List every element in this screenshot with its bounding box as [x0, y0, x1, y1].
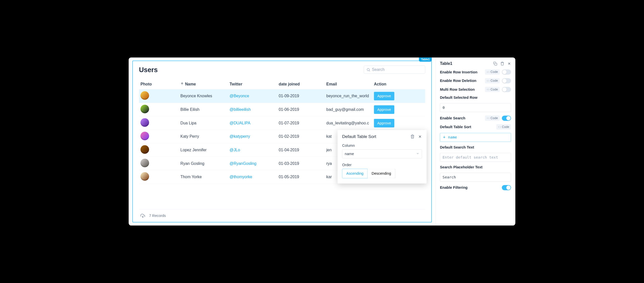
toggle-multi-row[interactable] [502, 87, 511, 92]
table-header-row: Photo Name Twitter date joined Email Act… [139, 79, 425, 89]
column-label: Column [342, 143, 422, 148]
column-select[interactable]: name [342, 150, 422, 158]
prop-default-search-text-label: Default Search Text [440, 145, 511, 150]
search-box[interactable] [364, 66, 425, 74]
default-selected-input[interactable] [440, 103, 511, 112]
order-descending-button[interactable]: Descending [368, 169, 395, 178]
cell-twitter[interactable]: @thomyorke [230, 175, 279, 179]
order-label: Order [342, 163, 422, 167]
order-toggle-group: Ascending Descending [342, 169, 422, 178]
code-chip[interactable]: Code [485, 69, 499, 75]
download-icon[interactable] [140, 213, 145, 218]
sort-popup: Default Table Sort Column name Order [338, 130, 427, 184]
trash-icon[interactable] [500, 62, 504, 66]
cell-twitter[interactable]: @Beyonce [230, 94, 279, 99]
column-header-email[interactable]: Email [326, 82, 374, 86]
search-placeholder-input[interactable] [440, 173, 511, 181]
svg-point-0 [367, 68, 369, 71]
search-input[interactable] [372, 67, 422, 72]
approve-button[interactable]: Approve [374, 119, 394, 127]
trash-icon[interactable] [410, 134, 415, 139]
column-header-photo[interactable]: Photo [140, 82, 181, 86]
copy-icon[interactable] [493, 62, 497, 66]
avatar [140, 159, 149, 167]
prop-enable-filtering-label: Enable Filtering [440, 185, 468, 190]
avatar [140, 105, 149, 113]
avatar [140, 132, 149, 140]
cell-twitter[interactable]: @JLo [230, 148, 279, 152]
popup-title: Default Table Sort [342, 134, 376, 139]
cell-twitter[interactable]: @RyanGosling [230, 161, 279, 166]
cell-date: 01-05-2019 [279, 175, 326, 179]
properties-panel: Table1 Enable Row Insertion Code [436, 58, 515, 226]
sort-asc-icon [181, 82, 184, 86]
cell-name: Thom Yorke [181, 175, 230, 179]
cell-name: Lopez Jennifer [181, 148, 230, 152]
code-chip[interactable]: Code [485, 115, 499, 121]
search-icon [366, 68, 370, 72]
default-search-text-input[interactable] [440, 153, 511, 162]
cell-date: 01-07-2019 [279, 121, 326, 125]
code-chip[interactable]: Code [485, 78, 499, 83]
cell-twitter[interactable]: @katyperry [230, 134, 279, 139]
widget-tag[interactable]: Table1 [419, 58, 432, 62]
prop-default-selected-label: Default Selected Row [440, 96, 511, 100]
cell-name: Billie Eilish [181, 107, 230, 112]
prop-default-sort-label: Default Table Sort [440, 125, 471, 129]
cell-email: bad_guy@gmail.com [326, 107, 374, 112]
close-icon[interactable] [418, 135, 422, 139]
cell-email: beyonce_run_the_world [326, 94, 374, 99]
table-row[interactable]: Dua Lipa@DUALIPA01-07-2019dua_levitating… [139, 116, 425, 130]
panel-title: Table1 [440, 61, 452, 66]
prop-row-insertion-label: Enable Row Insertion [440, 70, 477, 74]
prop-search-placeholder-label: Search Placeholder Text [440, 165, 511, 169]
code-chip[interactable]: Code [485, 87, 499, 92]
cell-date: 01-04-2019 [279, 148, 326, 152]
svg-line-1 [369, 70, 370, 71]
table-row[interactable]: Billie Eilish@billieeilish01-06-2019bad_… [139, 103, 425, 116]
svg-rect-5 [495, 63, 497, 65]
cell-name: Katy Perry [181, 134, 230, 139]
toggle-row-deletion[interactable] [502, 78, 511, 83]
column-header-date[interactable]: date joined [279, 82, 326, 86]
records-count: 7 Records [149, 214, 166, 218]
cell-twitter[interactable]: @DUALIPA [230, 121, 279, 125]
column-header-twitter[interactable]: Twitter [230, 82, 279, 86]
table-footer: 7 Records [139, 209, 425, 219]
table-row[interactable]: Beyonce Knowles@Beyonce01-09-2019beyonce… [139, 89, 425, 103]
default-sort-input[interactable]: name [440, 133, 511, 142]
cell-date: 01-09-2019 [279, 94, 326, 99]
prop-enable-search-label: Enable Search [440, 116, 465, 120]
avatar [140, 118, 149, 127]
approve-button[interactable]: Approve [374, 105, 394, 114]
avatar [140, 91, 149, 100]
chevron-down-icon [416, 152, 419, 156]
cell-email: dua_levitating@yahoo.c [326, 121, 374, 125]
cell-date: 01-03-2019 [279, 161, 326, 166]
order-ascending-button[interactable]: Ascending [342, 169, 368, 178]
column-header-action[interactable]: Action [374, 82, 424, 86]
toggle-row-insertion[interactable] [502, 69, 511, 75]
cell-date: 01-06-2019 [279, 107, 326, 112]
toggle-enable-search[interactable] [502, 116, 511, 121]
prop-row-deletion-label: Enable Row Deletion [440, 79, 476, 83]
cell-twitter[interactable]: @billieeilish [230, 107, 279, 112]
cell-name: Dua Lipa [181, 121, 230, 125]
avatar [140, 145, 149, 154]
prop-multi-row-label: Multi Row Selection [440, 87, 475, 91]
toggle-enable-filtering[interactable] [502, 185, 511, 190]
code-chip[interactable]: Code [496, 124, 511, 129]
page-title: Users [139, 66, 158, 74]
cell-date: 01-02-2019 [279, 134, 326, 139]
cell-name: Beyonce Knowles [181, 94, 230, 99]
approve-button[interactable]: Approve [374, 92, 394, 100]
column-header-name[interactable]: Name [181, 82, 230, 86]
avatar [140, 172, 149, 181]
close-icon[interactable] [507, 62, 511, 65]
cell-name: Ryan Gosling [181, 161, 230, 166]
sort-down-icon [443, 135, 446, 139]
